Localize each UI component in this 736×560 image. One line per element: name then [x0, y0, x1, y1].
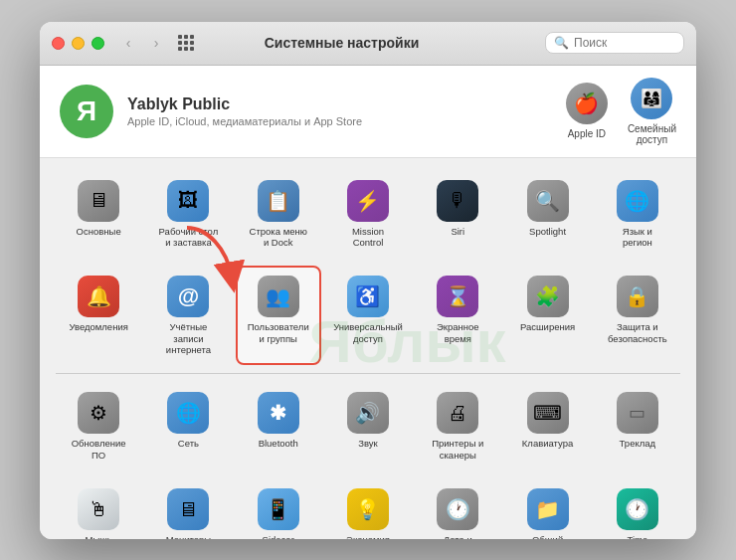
pref-printers[interactable]: 🖨 Принтеры исканеры [415, 382, 500, 470]
close-button[interactable] [52, 37, 65, 50]
printers-icon: 🖨 [437, 392, 478, 434]
maximize-button[interactable] [92, 37, 104, 50]
pref-universal[interactable]: ♿ Универсальныйдоступ [325, 266, 411, 365]
pref-sound[interactable]: 🔊 Звук [325, 382, 411, 470]
pref-uchetka[interactable]: @ Учётныезаписи интернета [145, 266, 231, 365]
siri-icon: 🎙 [437, 180, 478, 222]
trackpad-label: Треклад [620, 438, 655, 449]
profile-info: Yablyk Public Apple ID, iCloud, медиамат… [127, 95, 566, 127]
uchetka-icon: @ [167, 276, 209, 317]
sidecar-label: Sidecar [263, 534, 294, 538]
osnovnye-label: Основные [77, 226, 121, 237]
pref-osnovnye[interactable]: 🖥 Основные [56, 170, 141, 259]
users-label: Пользователии группы [248, 321, 309, 344]
sound-icon: 🔊 [347, 392, 389, 434]
pref-timemachine[interactable]: 🕐 TimeMachine [595, 478, 680, 538]
avatar[interactable]: Я [60, 85, 113, 138]
mission-icon: ⚡ [347, 180, 389, 222]
keyboard-icon: ⌨ [527, 392, 569, 434]
monitors-label: Мониторы [166, 534, 212, 538]
datetime-label: Дата ивремя [444, 534, 472, 538]
pref-siri[interactable]: 🎙 Siri [415, 170, 500, 259]
search-input[interactable] [574, 36, 675, 50]
bluetooth-label: Bluetooth [259, 438, 298, 449]
pref-spotlight[interactable]: 🔍 Spotlight [504, 170, 590, 259]
pref-mission[interactable]: ⚡ MissionControl [325, 170, 411, 259]
timemachine-icon: 🕐 [617, 488, 658, 530]
pref-users[interactable]: 👥 Пользователии группы [236, 266, 321, 365]
pref-security[interactable]: 🔒 Защита ибезопасность [595, 266, 680, 365]
back-button[interactable]: ‹ [116, 33, 140, 53]
pref-trackpad[interactable]: ▭ Треклад [595, 382, 680, 470]
pref-row-2: 🔔 Уведомления @ Учётныезаписи интернета … [56, 266, 680, 365]
energy-icon: 💡 [347, 488, 389, 530]
universal-label: Универсальныйдоступ [333, 321, 403, 344]
minimize-button[interactable] [72, 37, 85, 50]
pref-row-3: ⚙ ОбновлениеПО 🌐 Сеть ✱ Bluetooth 🔊 Звук… [56, 382, 680, 470]
pref-datetime[interactable]: 🕐 Дата ивремя [415, 478, 500, 538]
ext-icon: 🧩 [527, 276, 569, 317]
update-icon: ⚙ [78, 392, 119, 434]
datetime-icon: 🕐 [437, 488, 478, 530]
mouse-label: Мышь [85, 534, 111, 538]
bluetooth-icon: ✱ [258, 392, 299, 434]
pref-mouse[interactable]: 🖱 Мышь [56, 478, 141, 538]
pref-keyboard[interactable]: ⌨ Клавиатура [504, 382, 590, 470]
pref-row-1: 🖥 Основные 🖼 Рабочий столи заставка 📋 Ст… [56, 170, 680, 259]
timemachine-label: TimeMachine [620, 534, 655, 538]
screen-icon: ⌛ [437, 276, 478, 317]
pref-lang[interactable]: 🌐 Язык ирегион [595, 170, 680, 259]
section-divider [56, 373, 680, 374]
pref-ext[interactable]: 🧩 Расширения [504, 266, 590, 365]
update-label: ОбновлениеПО [72, 438, 126, 461]
pref-network[interactable]: 🌐 Сеть [145, 382, 231, 470]
security-label: Защита ибезопасность [608, 321, 667, 344]
search-box[interactable]: 🔍 [545, 32, 684, 54]
keyboard-label: Клавиатура [522, 438, 573, 449]
apple-id-icon: 🍎 [566, 83, 608, 124]
desktop-label: Рабочий столи заставка [159, 226, 219, 249]
osnovnye-icon: 🖥 [78, 180, 119, 222]
pref-monitors[interactable]: 🖥 Мониторы [145, 478, 231, 538]
energy-label: Экономияэнергии [346, 534, 390, 538]
pref-sharing[interactable]: 📁 Общийдоступ [504, 478, 590, 538]
pref-dock[interactable]: 📋 Строка менюи Dock [236, 170, 321, 259]
users-icon: 👥 [258, 276, 299, 317]
sharing-icon: 📁 [527, 488, 569, 530]
pref-bluetooth[interactable]: ✱ Bluetooth [236, 382, 321, 470]
preferences-grid-container: Яблык 🖥 Основные 🖼 Рабочий столи заставк… [40, 158, 696, 539]
family-icon: 👨‍👩‍👧 [631, 78, 672, 119]
lang-icon: 🌐 [617, 180, 658, 222]
pref-energy[interactable]: 💡 Экономияэнергии [325, 478, 411, 538]
window-title: Системные настройки [138, 35, 545, 51]
sharing-label: Общийдоступ [532, 534, 563, 538]
family-access-button[interactable]: 👨‍👩‍👧 Семейный доступ [628, 78, 676, 145]
profile-section: Я Yablyk Public Apple ID, iCloud, медиам… [40, 66, 696, 158]
pref-update[interactable]: ⚙ ОбновлениеПО [56, 382, 141, 470]
system-preferences-window: ‹ › Системные настройки 🔍 Я Yablyk Publi… [40, 22, 696, 539]
mouse-icon: 🖱 [78, 488, 119, 530]
apple-id-button[interactable]: 🍎 Apple ID [566, 83, 608, 139]
traffic-lights [52, 37, 104, 50]
siri-label: Siri [451, 226, 464, 237]
pref-sidecar[interactable]: 📱 Sidecar [236, 478, 321, 538]
spotlight-icon: 🔍 [527, 180, 569, 222]
pref-desktop[interactable]: 🖼 Рабочий столи заставка [145, 170, 231, 259]
security-icon: 🔒 [617, 276, 658, 317]
screen-label: Экранноевремя [437, 321, 479, 344]
pref-row-4: 🖱 Мышь 🖥 Мониторы 📱 Sidecar 💡 Экономияэн… [56, 478, 680, 538]
universal-icon: ♿ [347, 276, 389, 317]
pref-uved[interactable]: 🔔 Уведомления [56, 266, 141, 365]
profile-quick-icons: 🍎 Apple ID 👨‍👩‍👧 Семейный доступ [566, 78, 676, 145]
network-label: Сеть [178, 438, 199, 449]
network-icon: 🌐 [167, 392, 209, 434]
profile-subtitle: Apple ID, iCloud, медиаматериалы и App S… [127, 115, 566, 127]
sidecar-icon: 📱 [258, 488, 299, 530]
desktop-icon: 🖼 [167, 180, 209, 222]
spotlight-label: Spotlight [529, 226, 566, 237]
uved-icon: 🔔 [78, 276, 119, 317]
dock-icon: 📋 [258, 180, 299, 222]
trackpad-icon: ▭ [617, 392, 658, 434]
lang-label: Язык ирегион [623, 226, 652, 249]
pref-screen[interactable]: ⌛ Экранноевремя [415, 266, 500, 365]
